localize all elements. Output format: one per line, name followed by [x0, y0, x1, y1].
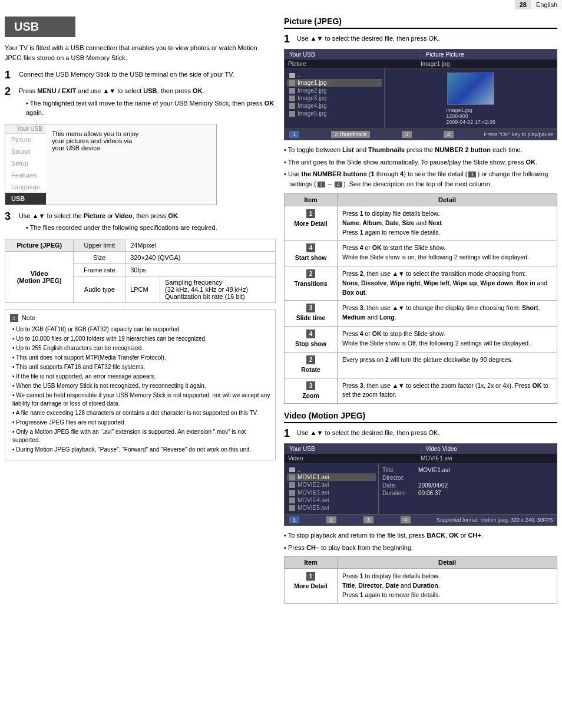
detail-value-3-zoom: Press 3, then use ▲▼ to select the zoom … [338, 378, 557, 404]
ctrl-btn-3[interactable]: 3 [402, 131, 412, 138]
usb-browser-controls: 1 2 Thumbnails 3 4 Press "OK" key to pla… [285, 129, 557, 140]
spec-audio-label: Audio type [74, 276, 125, 302]
ctrl-btn-1[interactable]: 1 [289, 131, 299, 138]
menu-item-features: Features [5, 169, 46, 181]
usb-browser-header: Your USB Picture Picture [285, 50, 557, 60]
file-icon [289, 88, 295, 94]
usb-file-item-2[interactable]: Image2.jpg [287, 87, 382, 94]
video-info-director-row: Director: [382, 475, 553, 481]
menu-item-usb: USB [5, 193, 46, 205]
video-folder-parent: .. [287, 466, 376, 473]
spec-frame-value: 30fps [125, 263, 276, 276]
step-1-text: Connect the USB Memory Stick to the USB … [19, 70, 234, 80]
detail-item-3-slide: 3Slide time [285, 301, 338, 327]
spec-size-value: 320×240 (QVGA) [125, 251, 276, 263]
spec-audio-codec: LPCM [125, 276, 160, 302]
video-file-item-2[interactable]: MOVIE2.avi [287, 481, 376, 489]
picture-step-1-row: 1 Use ▲▼ to select the desired file, the… [284, 34, 557, 44]
video-info-title-label: Title: [382, 467, 415, 473]
menu-item-picture: Picture [5, 134, 46, 146]
picture-section-title: Picture (JPEG) [284, 17, 557, 29]
step-2-number: 2 [5, 86, 14, 97]
detail-value-4-stop: Press 4 or OK to stop the Slide show.Whi… [338, 327, 557, 353]
video-file-list: .. MOVIE1.avi MOVIE2.avi MOVIE3.avi [285, 463, 379, 514]
menu-description: This menu allows you to enjoy your pictu… [46, 124, 216, 205]
file-icon [289, 95, 295, 101]
note-item-10: Progressive JPEG files are not supported… [12, 419, 270, 427]
video-info-title-row: Title: MOVIE1.avi [382, 467, 553, 473]
folder-up-icon [289, 73, 295, 78]
video-info-title-value: MOVIE1.avi [418, 467, 449, 473]
usb-preview-area: Image1.jpg 1200·900 2009-04-02 17:42:06 [385, 69, 557, 129]
page-number-bar: 28 English [515, 0, 562, 9]
step-2: 2 Press MENU / EXIT and use ▲▼ to select… [5, 86, 276, 118]
video-ctrl-btn-1[interactable]: 1 [289, 516, 299, 523]
video-file-item-3[interactable]: MOVIE3.avi [287, 489, 376, 496]
detail-row-slide-time: 3Slide time Press 3, then use ▲▼ to chan… [285, 301, 557, 327]
detail-item-1: 1More Detail [285, 206, 338, 241]
folder-up-icon [289, 467, 295, 472]
video-step-1-row: 1 Use ▲▼ to select the desired file, the… [284, 428, 557, 439]
language-label: English [531, 0, 562, 9]
spec-size-label: Size [74, 251, 125, 263]
note-list: Up to 2GB (FAT16) or 8GB (FAT32) capacit… [10, 325, 270, 454]
video-ctrl-btn-4[interactable]: 4 [401, 516, 411, 523]
menu-item-setup: Setup [5, 157, 46, 169]
usb-file-item-3[interactable]: Image3.jpg [287, 94, 382, 102]
picture-bullet-list: To toggle between List and Thumbnails pr… [284, 145, 557, 189]
usb-file-item-1[interactable]: Image1.jpg [287, 79, 382, 87]
detail-header-detail: Detail [338, 194, 557, 206]
video-info-duration-value: 00:06:37 [418, 490, 441, 496]
picture-bullet-2: The unit goes to the Slide show automati… [284, 157, 557, 167]
video-file-item-1[interactable]: MOVIE1.avi [287, 473, 376, 481]
usb-file-item-4[interactable]: Image4.jpg [287, 102, 382, 110]
video-browser-header: Your USB Video Video [285, 444, 557, 454]
video-ctrl-btn-2[interactable]: 2 [326, 516, 336, 523]
video-info-date-row: Date: 2009/04/02 [382, 482, 553, 489]
detail-header-item: Item [285, 194, 338, 206]
video-step-1-text: Use ▲▼ to select the desired file, then … [297, 428, 440, 438]
detail-row-stop-show: 4Stop show Press 4 or OK to stop the Sli… [285, 327, 557, 353]
video-info-date-label: Date: [382, 482, 415, 489]
spec-table: Picture (JPEG) Upper limit 24Mpixel Vide… [5, 239, 276, 303]
video-info-duration-row: Duration: 00:06:37 [382, 490, 553, 496]
detail-item-4-start: 4Start show [285, 241, 338, 266]
file-icon [289, 475, 295, 480]
detail-value-2-trans: Press 2, then use ▲▼ to select the trans… [338, 266, 557, 301]
usb-browser-body: .. Image1.jpg Image2.jpg Image3.jpg [285, 69, 557, 129]
right-column: Picture (JPEG) 1 Use ▲▼ to select the de… [282, 5, 557, 723]
ctrl-btn-4[interactable]: 4 [444, 131, 454, 138]
menu-demo: Your USB Picture Sound Setup Features La… [5, 124, 217, 205]
detail-row-zoom: 3Zoom Press 3, then use ▲▼ to select the… [285, 378, 557, 404]
note-item-4: This unit does not support MTP(Media Tra… [12, 354, 270, 362]
detail-table: Item Detail 1More Detail Press 1 to disp… [284, 193, 557, 404]
step-1: 1 Connect the USB Memory Stick to the US… [5, 70, 276, 80]
note-item-6: If the file is not supported, an error m… [12, 373, 270, 381]
detail-row-start-show: 4Start show Press 4 or OK to start the S… [285, 241, 557, 266]
video-file-item-4[interactable]: MOVIE4.avi [287, 496, 376, 504]
video-file-item-5[interactable]: MOVIE5.avi [287, 504, 376, 512]
video-detail-header-detail: Detail [338, 556, 557, 569]
detail-item-2-rotate: 2Rotate [285, 352, 338, 378]
press-ok-text: Press "OK" key to play/pause [484, 131, 553, 137]
intro-text: Your TV is fitted with a USB connection … [5, 43, 276, 62]
file-icon [289, 490, 295, 496]
preview-info: Image1.jpg 1200·900 2009-04-02 17:42:06 [446, 107, 495, 125]
picture-step-1-number: 1 [284, 34, 293, 44]
spec-video-label: Video(Motion JPEG) [5, 251, 74, 302]
note-label: Note [22, 314, 35, 321]
detail-row-rotate: 2Rotate Every press on 2 will turn the p… [285, 352, 557, 378]
file-icon [289, 505, 295, 511]
video-ctrl-btn-3[interactable]: 3 [363, 516, 373, 523]
detail-row-transitions: 2Transitions Press 2, then use ▲▼ to sel… [285, 266, 557, 301]
video-col1-header: Your USB [285, 444, 421, 454]
file-icon [289, 498, 295, 503]
step-1-number: 1 [5, 70, 14, 80]
picture-bullet-3: Use the NUMBER buttons (1 through 4) to … [284, 169, 557, 189]
usb-file-item-5[interactable]: Image5.jpg [287, 110, 382, 117]
detail-value-4-start: Press 4 or OK to start the Slide show.Wh… [338, 241, 557, 266]
video-bullet-2: Press CH– to play back from the beginnin… [284, 543, 557, 553]
usb-title: USB [5, 17, 75, 37]
ctrl-btn-2[interactable]: 2 Thumbnails [331, 131, 370, 138]
video-detail-row-more-detail: 1More Detail Press 1 to display file det… [285, 569, 557, 603]
